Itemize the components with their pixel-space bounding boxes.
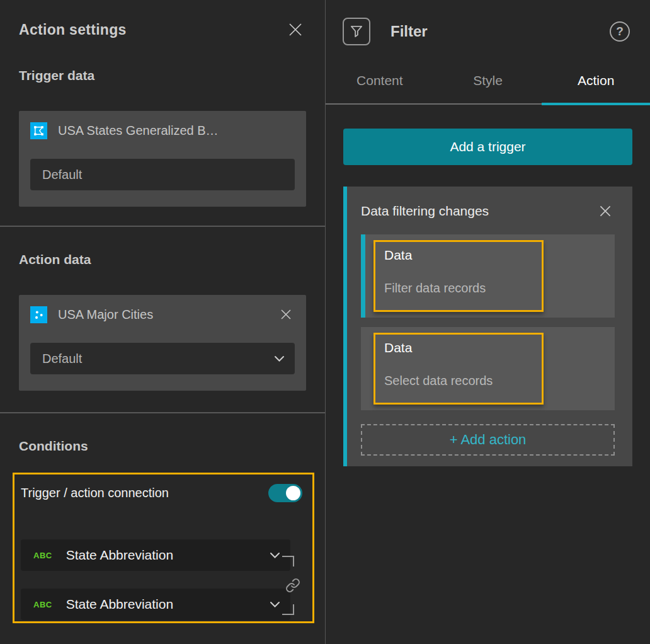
chevron-down-icon xyxy=(270,601,280,608)
chevron-down-icon xyxy=(274,355,285,362)
filter-widget-panel: Filter ? Content Style Action Add a trig… xyxy=(326,0,650,644)
action-description: Select data records xyxy=(384,374,533,388)
action-settings-panel: Action settings Trigger data xyxy=(0,0,326,644)
action-field-value: State Abbreviation xyxy=(66,597,270,612)
link-connector-icon xyxy=(280,549,306,621)
remove-trigger-button[interactable] xyxy=(596,202,615,221)
connection-toggle-label: Trigger / action connection xyxy=(21,486,169,500)
connection-toggle-row: Trigger / action connection xyxy=(21,483,302,502)
string-field-icon: ABC xyxy=(33,600,52,609)
trigger-data-card: USA States Generalized B… Default xyxy=(19,111,306,207)
trigger-field-value: State Abbreviation xyxy=(66,548,270,563)
close-icon xyxy=(597,203,613,219)
tab-style[interactable]: Style xyxy=(434,73,542,103)
close-panel-button[interactable] xyxy=(285,19,306,40)
section-divider xyxy=(0,226,325,227)
action-target: Data xyxy=(384,248,533,263)
help-glyph: ? xyxy=(616,25,624,38)
add-trigger-button[interactable]: Add a trigger xyxy=(343,129,632,165)
trigger-card-accent-bar xyxy=(343,187,347,466)
trigger-field-select[interactable]: ABC State Abbreviation xyxy=(21,539,290,571)
action-field-select[interactable]: ABC State Abbreviation xyxy=(21,589,290,620)
trigger-data-heading: Trigger data xyxy=(19,68,306,83)
polygon-layer-icon xyxy=(30,122,47,139)
app: Action settings Trigger data xyxy=(0,0,650,644)
connection-fields: ABC State Abbreviation ABC State Abbrevi… xyxy=(21,539,302,620)
toggle-knob xyxy=(286,486,300,500)
add-action-button[interactable]: + Add action xyxy=(361,424,615,456)
help-icon[interactable]: ? xyxy=(610,21,630,42)
point-layer-icon xyxy=(30,306,47,323)
selected-indicator-bar xyxy=(361,234,365,318)
filter-icon xyxy=(343,18,370,45)
connection-toggle[interactable] xyxy=(268,484,302,502)
action-data-card: USA Major Cities Default xyxy=(19,295,306,391)
action-description: Filter data records xyxy=(384,281,533,296)
action-item-select-data-records[interactable]: Data Select data records xyxy=(361,327,615,410)
action-settings-header: Action settings xyxy=(19,19,306,40)
action-layer-name: USA Major Cities xyxy=(58,308,277,322)
section-divider xyxy=(0,412,325,413)
filter-header: Filter ? xyxy=(326,0,650,45)
trigger-card-title: Data filtering changes xyxy=(361,204,489,219)
action-view-value: Default xyxy=(42,352,82,366)
trigger-layer-name: USA States Generalized B… xyxy=(58,124,295,138)
remove-action-data-button[interactable] xyxy=(277,306,295,323)
string-field-icon: ABC xyxy=(33,551,52,560)
conditions-highlight-box: Trigger / action connection ABC State Ab… xyxy=(13,473,314,623)
action-item-filter-data-records[interactable]: Data Filter data records xyxy=(361,234,615,318)
action-tab-content: Add a trigger Data filtering changes xyxy=(326,105,650,466)
trigger-view-value: Default xyxy=(42,168,82,182)
chevron-down-icon xyxy=(270,552,280,559)
trigger-card: Data filtering changes Data Filter data xyxy=(343,187,632,466)
close-icon xyxy=(278,307,294,322)
conditions-heading: Conditions xyxy=(19,439,306,454)
action-layer-row: USA Major Cities xyxy=(30,305,295,324)
page-title: Action settings xyxy=(19,21,127,38)
settings-tabs: Content Style Action xyxy=(326,73,650,105)
action-highlight-box: Data Filter data records xyxy=(373,240,544,312)
action-data-heading: Action data xyxy=(19,252,306,267)
action-highlight-box: Data Select data records xyxy=(373,333,544,405)
trigger-layer-row: USA States Generalized B… xyxy=(30,121,295,140)
trigger-card-header: Data filtering changes xyxy=(361,202,615,221)
tab-action[interactable]: Action xyxy=(542,73,650,103)
tab-content[interactable]: Content xyxy=(326,73,434,103)
trigger-view-select[interactable]: Default xyxy=(30,159,295,190)
action-view-select[interactable]: Default xyxy=(30,343,295,374)
close-icon xyxy=(286,20,305,39)
action-target: Data xyxy=(384,340,533,355)
widget-title: Filter xyxy=(391,23,610,40)
